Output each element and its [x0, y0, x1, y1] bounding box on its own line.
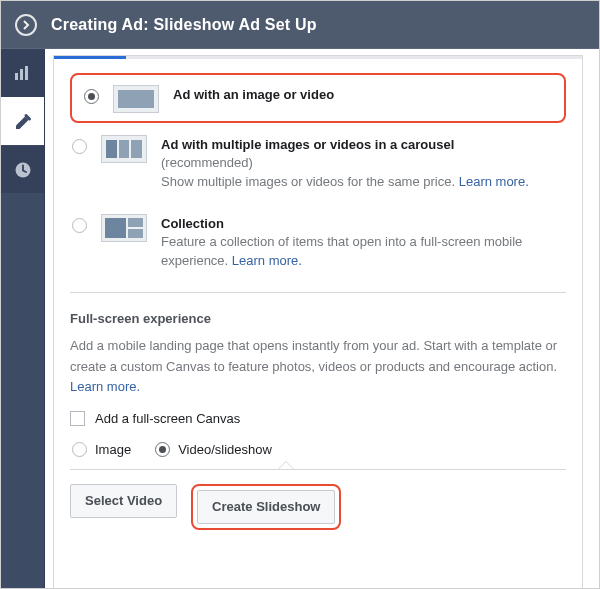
- learn-more-link[interactable]: Learn more.: [459, 174, 529, 189]
- media-type-video[interactable]: Video/slideshow: [155, 442, 272, 457]
- format-option-single-highlight: Ad with an image or video: [70, 73, 566, 123]
- left-sidebar: [1, 49, 45, 588]
- fullscreen-canvas-checkbox[interactable]: [70, 411, 85, 426]
- ad-format-card: Ad with an image or video Ad with multip…: [53, 55, 583, 588]
- format-option-text: Collection Feature a collection of items…: [161, 212, 564, 271]
- fullscreen-canvas-checkbox-row[interactable]: Add a full-screen Canvas: [70, 411, 566, 426]
- format-option-text: Ad with an image or video: [173, 83, 334, 104]
- progress-bar: [54, 56, 582, 59]
- page-title: Creating Ad: Slideshow Ad Set Up: [51, 16, 317, 34]
- fullscreen-description: Add a mobile landing page that opens ins…: [70, 336, 566, 396]
- format-option-title: Ad with multiple images or videos in a c…: [161, 137, 529, 152]
- radio-video[interactable]: [155, 442, 170, 457]
- sidebar-item-campaign[interactable]: [1, 49, 44, 97]
- format-option-desc: Show multiple images or videos for the s…: [161, 174, 459, 189]
- learn-more-link[interactable]: Learn more.: [232, 253, 302, 268]
- radio-single[interactable]: [84, 89, 99, 104]
- page-header: Creating Ad: Slideshow Ad Set Up: [1, 1, 599, 49]
- format-option-text: Ad with multiple images or videos in a c…: [161, 133, 529, 192]
- recommended-tag: (recommended): [161, 155, 253, 170]
- select-video-button[interactable]: Select Video: [70, 484, 177, 518]
- sidebar-item-adset[interactable]: [1, 97, 44, 145]
- learn-more-link[interactable]: Learn more.: [70, 379, 140, 394]
- ads-manager-frame: Creating Ad: Slideshow Ad Set Up: [0, 0, 600, 589]
- format-option-title: Collection: [161, 216, 564, 231]
- media-type-image[interactable]: Image: [72, 442, 131, 457]
- selected-type-pointer-icon: [278, 461, 294, 469]
- pencil-icon: [14, 113, 32, 131]
- format-option-single[interactable]: Ad with an image or video: [82, 83, 554, 113]
- radio-collection[interactable]: [72, 218, 87, 233]
- page-body: Ad with an image or video Ad with multip…: [1, 49, 599, 588]
- format-option-desc: Feature a collection of items that open …: [161, 234, 522, 268]
- fullscreen-desc-text: Add a mobile landing page that opens ins…: [70, 338, 557, 373]
- media-action-row: Select Video Create Slideshow: [70, 469, 566, 530]
- svg-rect-2: [25, 66, 28, 80]
- collapse-icon[interactable]: [15, 14, 37, 36]
- fullscreen-canvas-label: Add a full-screen Canvas: [95, 411, 240, 426]
- svg-rect-1: [20, 69, 23, 80]
- format-option-subtitle: (recommended) Show multiple images or vi…: [161, 154, 529, 192]
- thumb-carousel-icon: [101, 135, 147, 163]
- create-slideshow-button[interactable]: Create Slideshow: [197, 490, 335, 524]
- radio-carousel[interactable]: [72, 139, 87, 154]
- clock-icon: [14, 161, 32, 179]
- radio-image[interactable]: [72, 442, 87, 457]
- format-option-carousel[interactable]: Ad with multiple images or videos in a c…: [70, 123, 566, 202]
- thumb-collection-icon: [101, 214, 147, 242]
- thumb-single-icon: [113, 85, 159, 113]
- fullscreen-heading: Full-screen experience: [70, 311, 566, 326]
- create-slideshow-highlight: Create Slideshow: [191, 484, 341, 530]
- format-option-collection[interactable]: Collection Feature a collection of items…: [70, 202, 566, 281]
- media-type-label: Image: [95, 442, 131, 457]
- svg-rect-0: [15, 73, 18, 80]
- format-option-title: Ad with an image or video: [173, 87, 334, 102]
- format-option-subtitle: Feature a collection of items that open …: [161, 233, 564, 271]
- sidebar-item-delivery[interactable]: [1, 145, 44, 193]
- section-divider: [70, 292, 566, 293]
- media-type-row: Image Video/slideshow: [72, 442, 566, 457]
- bar-chart-icon: [14, 64, 32, 82]
- content-area: Ad with an image or video Ad with multip…: [45, 49, 599, 588]
- media-type-pointer-row: [70, 461, 566, 469]
- media-type-label: Video/slideshow: [178, 442, 272, 457]
